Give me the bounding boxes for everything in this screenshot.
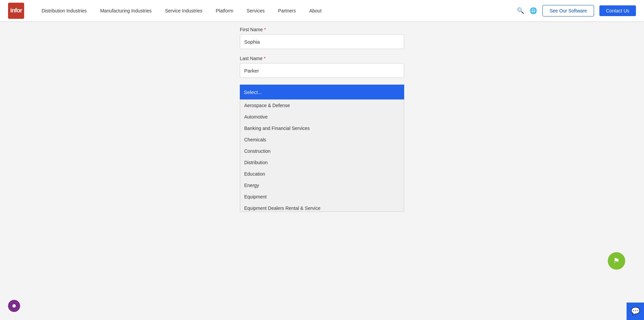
nav-actions: 🔍 🌐 See Our Software Contact Us — [517, 5, 636, 16]
contact-us-button[interactable]: Contact Us — [599, 5, 636, 16]
nav-link-service[interactable]: Service Industries — [158, 0, 209, 21]
flag-icon: ⚑ — [613, 257, 620, 265]
last-name-label: Last Name * — [240, 56, 404, 61]
industry-dropdown-wrapper: Select... Aerospace & DefenseAutomotiveB… — [240, 85, 404, 99]
search-icon[interactable]: 🔍 — [517, 7, 524, 14]
nav-link-distribution[interactable]: Distribution Industries — [35, 0, 94, 21]
list-item[interactable]: Education — [240, 168, 404, 180]
globe-icon[interactable]: 🌐 — [530, 7, 537, 14]
nav-link-about[interactable]: About — [303, 0, 328, 21]
logo-text: infor — [10, 7, 22, 14]
nav-links: Distribution Industries Manufacturing In… — [35, 0, 517, 21]
nav-link-platform[interactable]: Platform — [209, 0, 240, 21]
first-name-required: * — [264, 27, 266, 32]
last-name-group: Last Name * — [240, 56, 404, 78]
first-name-input[interactable] — [240, 34, 404, 49]
list-item[interactable]: Chemicals — [240, 134, 404, 145]
chat-button[interactable]: 💬 — [627, 303, 644, 320]
list-item[interactable]: Equipment — [240, 191, 404, 202]
purple-dot-inner — [12, 304, 16, 308]
first-name-label: First Name * — [240, 27, 404, 32]
dropdown-placeholder: Select... — [244, 89, 262, 95]
chat-icon: 💬 — [631, 307, 640, 316]
dropdown-list: Aerospace & DefenseAutomotiveBanking and… — [240, 99, 404, 212]
nav-link-manufacturing[interactable]: Manufacturing Industries — [94, 0, 158, 21]
last-name-input[interactable] — [240, 63, 404, 78]
form-section: First Name * Last Name * Select... Aeros… — [240, 27, 404, 162]
dropdown-selected[interactable]: Select... — [240, 85, 404, 99]
float-green-button[interactable]: ⚑ — [608, 252, 625, 270]
purple-dot-button[interactable] — [8, 300, 20, 312]
nav-link-partners[interactable]: Partners — [271, 0, 303, 21]
list-item[interactable]: Energy — [240, 180, 404, 191]
logo[interactable]: infor — [8, 3, 24, 19]
list-item[interactable]: Equipment Dealers Rental & Service — [240, 202, 404, 212]
last-name-required: * — [264, 56, 266, 61]
list-item[interactable]: Distribution — [240, 157, 404, 168]
navbar: infor Distribution Industries Manufactur… — [0, 0, 644, 21]
page-content: First Name * Last Name * Select... Aeros… — [0, 0, 644, 320]
list-item[interactable]: Construction — [240, 145, 404, 157]
first-name-group: First Name * — [240, 27, 404, 49]
list-item[interactable]: Aerospace & Defense — [240, 100, 404, 111]
nav-link-services[interactable]: Services — [240, 0, 271, 21]
see-software-button[interactable]: See Our Software — [542, 5, 594, 16]
list-item[interactable]: Automotive — [240, 111, 404, 123]
list-item[interactable]: Banking and Financial Services — [240, 123, 404, 134]
